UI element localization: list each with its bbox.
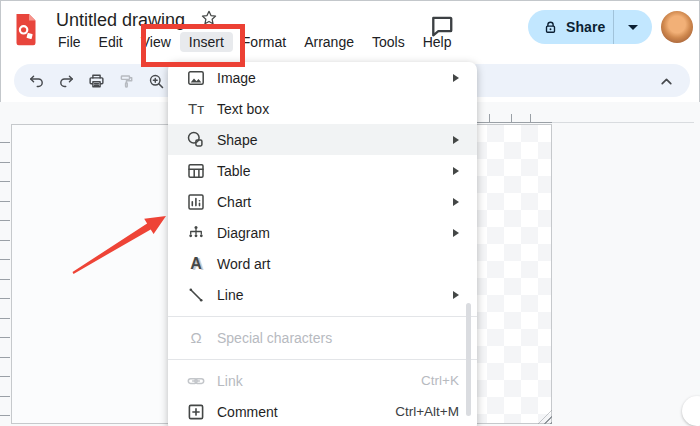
ruler-tick bbox=[0, 142, 10, 143]
menu-item-label: Chart bbox=[217, 194, 453, 210]
submenu-arrow-icon bbox=[453, 74, 459, 82]
ruler-tick bbox=[0, 162, 10, 163]
menu-item-link: LinkCtrl+K bbox=[168, 365, 477, 396]
lock-icon bbox=[542, 19, 559, 36]
avatar[interactable] bbox=[661, 11, 693, 43]
ruler-tick bbox=[0, 357, 10, 358]
ruler-tick bbox=[511, 114, 512, 122]
ruler-tick bbox=[0, 298, 10, 299]
ruler-tick bbox=[530, 114, 531, 122]
submenu-arrow-icon bbox=[453, 136, 459, 144]
hide-menus-button[interactable] bbox=[654, 69, 678, 93]
print-button[interactable] bbox=[84, 69, 108, 93]
paint-roller-icon bbox=[117, 72, 136, 91]
redo-button[interactable] bbox=[54, 69, 78, 93]
annotation-highlight-box bbox=[141, 24, 245, 67]
insert-menu: ImageTтText boxShapeTableChartDiagramAWo… bbox=[168, 62, 477, 426]
menu-item-table[interactable]: Table bbox=[168, 155, 477, 186]
ruler-tick bbox=[0, 279, 10, 280]
menu-item-shortcut: Ctrl+Alt+M bbox=[395, 404, 459, 419]
redo-icon bbox=[57, 72, 76, 91]
menubar-item-edit[interactable]: Edit bbox=[90, 32, 132, 52]
submenu-arrow-icon bbox=[453, 167, 459, 175]
ruler-tick bbox=[0, 201, 10, 202]
menu-item-shape[interactable]: Shape bbox=[168, 124, 477, 155]
link-icon bbox=[186, 371, 206, 391]
paint-format-button[interactable] bbox=[114, 69, 138, 93]
google-drawings-window: Untitled drawing FileEditViewInsertForma… bbox=[0, 0, 700, 426]
menu-item-label: Shape bbox=[217, 132, 453, 148]
menu-item-label: Comment bbox=[217, 404, 395, 420]
menubar: FileEditViewInsertFormatArrangeToolsHelp bbox=[49, 31, 460, 53]
menu-separator bbox=[168, 353, 477, 365]
menubar-item-tools[interactable]: Tools bbox=[363, 32, 414, 52]
guide-line bbox=[552, 122, 694, 123]
omega-icon: Ω bbox=[186, 328, 206, 348]
zoom-button[interactable] bbox=[144, 69, 168, 93]
submenu-arrow-icon bbox=[453, 291, 459, 299]
submenu-arrow-icon bbox=[453, 198, 459, 206]
ruler-tick bbox=[0, 415, 10, 416]
comment-icon[interactable] bbox=[429, 13, 455, 39]
menu-item-label: Diagram bbox=[217, 225, 453, 241]
undo-icon bbox=[27, 72, 46, 91]
zoom-in-icon bbox=[147, 72, 166, 91]
menu-item-text-box[interactable]: TтText box bbox=[168, 93, 477, 124]
ruler-tick bbox=[0, 376, 10, 377]
ruler-tick bbox=[0, 337, 10, 338]
chevron-down-icon bbox=[628, 25, 638, 30]
menu-item-label: Text box bbox=[217, 101, 459, 117]
menu-item-diagram[interactable]: Diagram bbox=[168, 217, 477, 248]
text-box-icon: Tт bbox=[186, 99, 206, 119]
share-button[interactable]: Share bbox=[528, 10, 652, 44]
share-dropdown-button[interactable] bbox=[614, 25, 652, 30]
diagram-icon bbox=[186, 223, 206, 243]
line-icon bbox=[186, 285, 206, 305]
ruler-tick bbox=[489, 114, 490, 122]
share-main: Share bbox=[528, 19, 613, 36]
floating-button[interactable] bbox=[682, 396, 700, 426]
menu-item-label: Word art bbox=[217, 256, 459, 272]
menu-item-comment[interactable]: CommentCtrl+Alt+M bbox=[168, 396, 477, 426]
print-icon bbox=[87, 72, 106, 91]
menubar-item-arrange[interactable]: Arrange bbox=[295, 32, 363, 52]
table-icon bbox=[186, 161, 206, 181]
menu-item-label: Table bbox=[217, 163, 453, 179]
image-icon bbox=[186, 68, 206, 88]
ruler-tick bbox=[0, 259, 10, 260]
submenu-arrow-icon bbox=[453, 229, 459, 237]
drawings-logo[interactable] bbox=[14, 13, 38, 46]
ruler-tick bbox=[0, 220, 10, 221]
ruler-tick bbox=[0, 181, 10, 182]
menu-item-label: Image bbox=[217, 70, 453, 86]
menu-item-label: Link bbox=[217, 373, 421, 389]
menu-scrollbar[interactable] bbox=[466, 303, 471, 416]
ruler-tick bbox=[0, 318, 10, 319]
page-top-guide bbox=[477, 122, 552, 123]
undo-button[interactable] bbox=[24, 69, 48, 93]
menubar-item-file[interactable]: File bbox=[49, 32, 90, 52]
menu-item-word-art[interactable]: AWord art bbox=[168, 248, 477, 279]
ruler-tick bbox=[0, 396, 10, 397]
menu-item-line[interactable]: Line bbox=[168, 279, 477, 310]
menu-separator bbox=[168, 310, 477, 322]
menu-item-shortcut: Ctrl+K bbox=[421, 373, 459, 388]
chevron-up-icon bbox=[657, 72, 676, 91]
comment-plus-icon bbox=[186, 402, 206, 422]
chart-icon bbox=[186, 192, 206, 212]
ruler-tick bbox=[0, 240, 10, 241]
menu-item-label: Line bbox=[217, 287, 453, 303]
menu-item-chart[interactable]: Chart bbox=[168, 186, 477, 217]
word-art-icon: A bbox=[186, 254, 206, 274]
share-label: Share bbox=[566, 19, 605, 35]
menu-item-special-characters: ΩSpecial characters bbox=[168, 322, 477, 353]
shape-icon bbox=[186, 130, 206, 150]
menu-item-label: Special characters bbox=[217, 330, 459, 346]
